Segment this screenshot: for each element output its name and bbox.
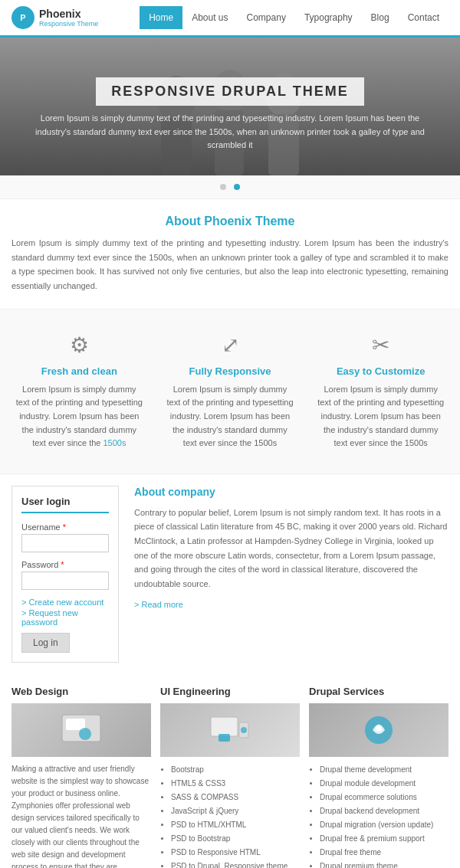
card-drupal-title: Drupal Services <box>309 686 449 697</box>
card-web: Web Design Making a attractive and user … <box>12 686 151 868</box>
responsive-icon: ⤢ <box>166 332 294 358</box>
nav-about[interactable]: About us <box>182 6 237 29</box>
nav-typography[interactable]: Typography <box>295 6 362 29</box>
feature-fresh: ⚙ Fresh and clean Lorem Ipsum is simply … <box>8 325 151 458</box>
list-item: SASS & COMPASS <box>171 791 300 804</box>
feature-customize: ✂ Easy to Customize Lorem Ipsum is simpl… <box>309 325 452 458</box>
password-group: Password * <box>21 560 109 590</box>
card-web-text: Making a attractive and user friendly we… <box>12 763 151 868</box>
nav-contact[interactable]: Contact <box>399 6 449 29</box>
list-item: Drupal migration (version update) <box>320 818 449 832</box>
feature-fresh-text: Lorem Ipsum is simply dummy text of the … <box>15 383 143 450</box>
list-item: HTML5 & CSS3 <box>171 777 300 791</box>
user-login-section: User login Username * Password * Create … <box>12 486 119 663</box>
hero-text: Lorem Ipsum is simply dummy text of the … <box>0 112 460 152</box>
hero-dot-2[interactable] <box>234 184 240 190</box>
svg-rect-9 <box>211 717 238 736</box>
feature-responsive: ⤢ Fully Responsive Lorem Ipsum is simply… <box>159 325 302 458</box>
company-title: About company <box>134 486 449 498</box>
svg-rect-7 <box>66 719 85 730</box>
main-nav: Home About us Company Typography Blog Co… <box>140 6 449 29</box>
features-section: ⚙ Fresh and clean Lorem Ipsum is simply … <box>0 309 460 474</box>
header: P Phoenix Responsive Theme Home About us… <box>0 0 460 38</box>
request-password-link[interactable]: Request new password <box>21 608 109 627</box>
fresh-icon: ⚙ <box>15 332 143 358</box>
list-item: JavaScript & jQuery <box>171 804 300 818</box>
company-read-more[interactable]: Read more <box>134 600 183 609</box>
svg-point-14 <box>376 726 382 732</box>
svg-point-12 <box>241 727 247 733</box>
card-web-title: Web Design <box>12 686 151 697</box>
feature-responsive-text: Lorem Ipsum is simply dummy text of the … <box>166 383 294 450</box>
card-ui: UI Engineering Bootstrap HTML5 & CSS3 SA… <box>160 686 300 868</box>
list-item: PSD to Drupal, Responsive theme <box>171 860 300 868</box>
card-drupal-image <box>309 703 449 757</box>
login-button[interactable]: Log in <box>21 633 70 653</box>
list-item: Drupal premium theme <box>320 860 449 868</box>
about-company-section: About company Contrary to popular belief… <box>134 486 449 663</box>
list-item: PSD to HTML/XHTML <box>171 818 300 832</box>
logo-icon: P <box>12 6 34 29</box>
card-ui-image <box>160 703 300 757</box>
feature-customize-title: Easy to Customize <box>317 365 445 377</box>
card-web-image <box>12 703 151 757</box>
list-item: Bootstrap <box>171 763 300 777</box>
hero-section: RESPONSIVE DRUPAL THEME Lorem Ipsum is s… <box>0 38 460 199</box>
list-item: Drupal free theme <box>320 846 449 860</box>
about-title: About Phoenix Theme <box>12 215 449 228</box>
list-item: Drupal free & premium support <box>320 832 449 846</box>
list-item: PSD to Responsive HTML <box>171 846 300 860</box>
feature-fresh-title: Fresh and clean <box>15 365 143 377</box>
brand-name: Phoenix <box>39 8 98 20</box>
logo: P Phoenix Responsive Theme <box>12 6 104 29</box>
card-ui-title: UI Engineering <box>160 686 300 697</box>
feature-fresh-link[interactable]: 1500s <box>104 438 127 447</box>
feature-responsive-title: Fully Responsive <box>166 365 294 377</box>
customize-icon: ✂ <box>317 332 445 358</box>
nav-blog[interactable]: Blog <box>362 6 399 29</box>
list-item: PSD to Bootstrap <box>171 832 300 846</box>
card-ui-list: Bootstrap HTML5 & CSS3 SASS & COMPASS Ja… <box>160 763 300 868</box>
feature-customize-text: Lorem Ipsum is simply dummy text of the … <box>317 383 445 450</box>
password-input[interactable] <box>21 572 109 590</box>
login-links: Create new account Request new password <box>21 598 109 627</box>
list-item: Drupal backend development <box>320 804 449 818</box>
brand-tagline: Responsive Theme <box>39 20 98 28</box>
about-text: Lorem Ipsum is simply dummy text of the … <box>12 236 449 293</box>
cards-section: Web Design Making a attractive and user … <box>0 674 460 868</box>
middle-section: User login Username * Password * Create … <box>0 474 460 674</box>
svg-point-8 <box>79 728 91 740</box>
hero-dot-1[interactable] <box>220 184 226 190</box>
list-item: Drupal module development <box>320 777 449 791</box>
list-item: Drupal theme development <box>320 763 449 777</box>
list-item: Drupal ecommerce solutions <box>320 791 449 804</box>
card-drupal: Drupal Services Drupal theme development… <box>309 686 449 868</box>
username-group: Username * <box>21 522 109 552</box>
nav-company[interactable]: Company <box>238 6 295 29</box>
username-input[interactable] <box>21 534 109 552</box>
about-section: About Phoenix Theme Lorem Ipsum is simpl… <box>0 199 460 309</box>
svg-rect-10 <box>219 734 230 742</box>
login-title: User login <box>21 496 109 513</box>
card-drupal-list: Drupal theme development Drupal module d… <box>309 763 449 868</box>
username-label: Username * <box>21 522 109 532</box>
hero-title: RESPONSIVE DRUPAL THEME <box>96 77 363 106</box>
nav-home[interactable]: Home <box>140 6 182 29</box>
password-label: Password * <box>21 560 109 569</box>
company-text: Contrary to popular belief, Lorem Ipsum … <box>134 506 449 591</box>
create-account-link[interactable]: Create new account <box>21 598 109 607</box>
